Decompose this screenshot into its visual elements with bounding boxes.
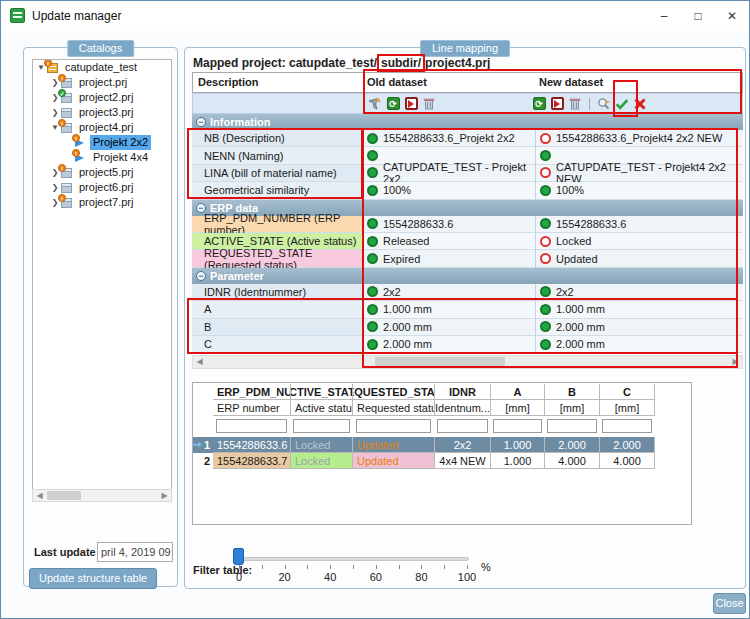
accept-icon[interactable] [615,97,629,111]
column-filter-input[interactable] [437,419,488,433]
cube-icon: ! [60,167,73,179]
scrollbar-thumb[interactable] [47,491,81,500]
table-filter-row [193,416,655,436]
reject-icon[interactable] [633,97,647,111]
export-icon[interactable] [550,97,564,111]
mapping-row[interactable]: REQUESTED_STATE (Requested status)Expire… [192,250,743,267]
refresh-icon[interactable]: ⟳ [386,97,400,111]
mapping-row[interactable]: LINA (bill of material name)CATUPDATE_TE… [192,165,743,182]
tree-item-project2-prj[interactable]: ❯✓project2.prj [33,90,171,105]
column-header[interactable]: IDNR [435,384,491,400]
column-header[interactable]: ACTIVE_STATE [291,384,353,400]
column-filter-input[interactable] [547,419,597,433]
cube-icon [60,107,73,119]
mapping-row[interactable]: B2.000 mm2.000 mm [192,319,743,336]
old-dataset-value: 1554288633.6 [362,216,535,233]
tree-item-projekt-4x4[interactable]: !Projekt 4x4 [33,150,171,165]
table-cell: Locked [291,453,353,469]
filter-icon[interactable] [368,97,382,111]
table-data-row[interactable]: 21554288633.7LockedUpdated4x4 NEW1.0004.… [193,453,655,469]
mapping-horizontal-scrollbar[interactable]: ◀ ▶ [192,355,743,369]
mapping-row[interactable]: Geometrical similarity100%100% [192,182,743,199]
column-header[interactable]: ERP_PDM_NUMBER [213,384,291,400]
section-header-parameter[interactable]: −Parameter [192,268,743,284]
table-subheader-row: ERP numberActive statusRequested statusI… [193,400,655,416]
part-icon: ! [74,137,87,149]
mapping-row[interactable]: IDNR (Identnummer)2x22x2 [192,284,743,301]
mapping-row[interactable]: C2.000 mm2.000 mm [192,336,743,353]
attribute-label: NB (Description) [192,130,362,147]
column-filter-input[interactable] [493,419,542,433]
column-filter-input[interactable] [293,419,349,433]
column-header[interactable]: REQUESTED_STATE [353,384,435,400]
value-text: 2x2 [556,286,574,298]
cube-icon [60,182,73,194]
chevron-right-icon[interactable]: ❯ [50,105,60,120]
delete-icon[interactable] [422,97,436,111]
app-icon [10,8,25,23]
tree-item-project6-prj[interactable]: ❯project6.prj [33,180,171,195]
line-mapping-group: Line mapping Mapped project: catupdate_t… [184,47,746,589]
column-filter-input[interactable] [216,419,287,433]
column-filter-input[interactable] [602,419,652,433]
refresh-icon[interactable]: ⟳ [532,97,546,111]
close-icon[interactable]: ✕ [715,1,749,31]
tree-item-project7-prj[interactable]: ❯!project7.prj [33,195,171,210]
column-header[interactable]: B [545,384,600,400]
mapping-row[interactable]: A1.000 mm1.000 mm [192,301,743,318]
delete-icon[interactable] [568,97,582,111]
filter-slider-track[interactable] [239,557,469,561]
table-cell: Locked [291,437,353,453]
slider-tick-label: 20 [270,571,300,583]
export-icon[interactable] [404,97,418,111]
warning-badge-icon: ! [72,134,80,142]
table-data-row[interactable]: ➙11554288633.6LockedUpdated2x21.0002.000… [193,437,655,453]
window-title: Update manager [32,9,121,23]
new-dataset-value: 100% [535,182,743,199]
scroll-left-icon[interactable]: ◀ [33,490,46,501]
scroll-left-icon[interactable]: ◀ [193,356,206,367]
mapping-row[interactable]: ERP_PDM_NUMBER (ERP number)1554288633.61… [192,216,743,233]
filter-cell [545,416,600,436]
close-button[interactable]: Close [713,593,746,614]
old-dataset-value: 1554288633.6_Projekt 2x2 [362,130,535,147]
collapse-icon[interactable]: − [196,271,206,281]
column-filter-input[interactable] [356,419,431,433]
scroll-right-icon[interactable]: ▶ [158,490,171,501]
chevron-right-icon[interactable]: ❯ [50,180,60,195]
tree-item-project4-prj[interactable]: ▼!project4.prj [33,120,171,135]
tree-item-project-prj[interactable]: ❯!project.prj [33,75,171,90]
column-header[interactable]: A [491,384,545,400]
tree-item-catupdate-test[interactable]: ▼!catupdate_test [33,60,171,75]
scrollbar-thumb[interactable] [375,357,505,366]
last-update-field[interactable]: pril 4, 2019 09:56:40 [97,542,173,562]
mapping-row[interactable]: NB (Description)1554288633.6_Projekt 2x2… [192,130,743,147]
new-dataset-value: Locked [535,233,743,250]
filter-slider-thumb[interactable] [233,548,244,565]
part-icon: ! [74,152,87,164]
tree-item-label: project5.prj [76,165,136,180]
tree-horizontal-scrollbar[interactable]: ◀ ▶ [32,489,172,502]
attribute-label: B [192,319,362,336]
corner-cell [193,400,213,416]
filter-cell [213,416,291,436]
table-cell: Updated [353,453,435,469]
column-subheader: Active status [291,400,353,416]
update-structure-table-button[interactable]: Update structure table [29,568,157,589]
collapse-icon[interactable]: − [196,117,206,127]
tree-item-projekt-2x2[interactable]: !Projekt 2x2 [33,135,171,150]
column-header[interactable]: C [600,384,655,400]
value-text: 1554288633.6 [383,218,453,230]
tree-item-label: catupdate_test [62,60,140,75]
section-header-information[interactable]: −Information [192,114,743,130]
tree-item-project5-prj[interactable]: ❯!project5.prj [33,165,171,180]
corner-cell [193,416,213,436]
maximize-icon[interactable]: □ [681,1,715,31]
scroll-right-icon[interactable]: ▶ [729,356,742,367]
new-dataset-value: 2.000 mm [535,336,743,353]
attribute-label: ERP_PDM_NUMBER (ERP number) [192,216,362,233]
minimize-icon[interactable]: – [647,1,681,31]
compare-icon[interactable] [597,97,611,111]
slider-tick [376,565,377,569]
tree-item-project3-prj[interactable]: ❯project3.prj [33,105,171,120]
